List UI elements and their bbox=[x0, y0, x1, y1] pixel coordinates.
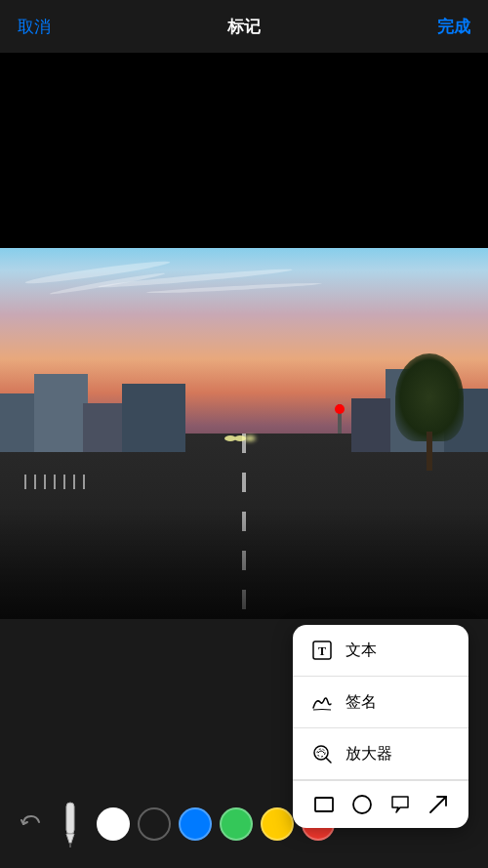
pen-tool[interactable] bbox=[56, 800, 85, 848]
magnifier-label: 放大器 bbox=[346, 744, 392, 765]
traffic-light-pole bbox=[338, 404, 342, 434]
magnifier-icon bbox=[308, 740, 336, 767]
tree-canopy bbox=[395, 353, 464, 441]
color-black[interactable] bbox=[138, 807, 171, 841]
svg-rect-8 bbox=[66, 803, 74, 834]
signature-label: 签名 bbox=[346, 692, 377, 713]
building-r3 bbox=[351, 398, 390, 452]
cloud-streaks bbox=[0, 259, 488, 348]
speech-bubble-icon[interactable] bbox=[386, 791, 414, 818]
building-3 bbox=[83, 403, 127, 452]
cancel-button[interactable]: 取消 bbox=[18, 16, 51, 38]
buildings-left bbox=[0, 359, 195, 452]
navigation-bar: 取消 标记 完成 bbox=[0, 0, 488, 53]
street-photo bbox=[0, 248, 488, 619]
page-title: 标记 bbox=[227, 16, 261, 38]
svg-rect-5 bbox=[315, 798, 333, 811]
svg-line-4 bbox=[326, 758, 331, 763]
svg-text:T: T bbox=[318, 644, 326, 658]
color-blue[interactable] bbox=[179, 807, 212, 841]
text-label: 文本 bbox=[346, 641, 377, 661]
undo-button[interactable] bbox=[15, 807, 48, 841]
circle-icon[interactable] bbox=[348, 791, 376, 818]
building-2 bbox=[34, 374, 88, 452]
text-icon: T bbox=[308, 637, 336, 664]
rectangle-icon[interactable] bbox=[310, 791, 338, 818]
menu-item-text[interactable]: T 文本 bbox=[293, 625, 468, 677]
traffic-light-red bbox=[335, 404, 345, 414]
building-1 bbox=[0, 393, 39, 452]
svg-point-6 bbox=[353, 796, 371, 813]
fence bbox=[24, 475, 293, 489]
svg-line-7 bbox=[430, 797, 446, 812]
headlights bbox=[234, 435, 246, 441]
menu-item-signature[interactable]: 签名 bbox=[293, 677, 468, 728]
photo-dark-overlay bbox=[0, 508, 488, 619]
streak-4 bbox=[146, 281, 322, 294]
menu-item-magnifier[interactable]: 放大器 bbox=[293, 728, 468, 780]
color-green[interactable] bbox=[220, 807, 253, 841]
signature-icon bbox=[308, 688, 336, 716]
color-white[interactable] bbox=[97, 807, 130, 841]
shape-row bbox=[293, 780, 468, 828]
building-4 bbox=[122, 384, 185, 452]
tree-trunk bbox=[427, 432, 432, 471]
arrow-icon[interactable] bbox=[425, 791, 452, 818]
annotation-popup-menu: T 文本 签名 放大器 bbox=[293, 625, 468, 828]
trees-right bbox=[390, 353, 468, 471]
done-button[interactable]: 完成 bbox=[437, 16, 470, 38]
photo-canvas bbox=[0, 248, 488, 619]
top-black-area bbox=[0, 53, 488, 248]
color-yellow[interactable] bbox=[261, 807, 294, 841]
